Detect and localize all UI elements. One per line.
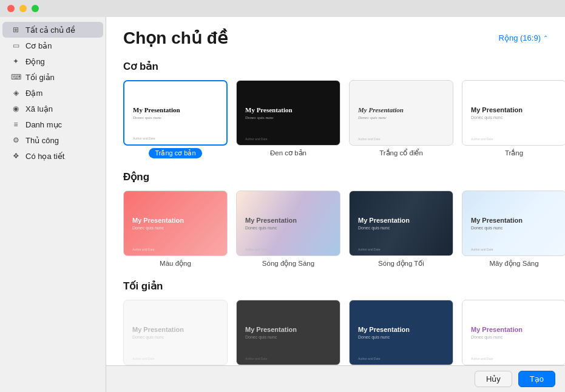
sidebar-label-basic: Cơ bản: [25, 41, 52, 50]
sidebar-item-bold[interactable]: ◈ Đậm: [2, 85, 103, 101]
template-label-black-basic: Đen cơ bản: [270, 149, 306, 157]
template-grid-motion: My PresentationDonec quis nuncAuthor and…: [123, 191, 548, 268]
minimal-icon: ⌨: [11, 72, 21, 82]
template-thumb-minimal-light: My PresentationDonec quis nuncAuthor and…: [123, 300, 228, 365]
section-basic: Cơ bảnMy PresentationDonec quis nuncAuth…: [123, 60, 548, 158]
create-button[interactable]: Tạo: [518, 371, 555, 387]
sidebar-label-social: Xã luận: [25, 104, 53, 113]
sidebar-item-catalog[interactable]: ≡ Danh mục: [2, 117, 103, 132]
template-thumb-motion-color: My PresentationDonec quis nuncAuthor and…: [123, 191, 228, 256]
template-label-plain-white: Trắng: [505, 149, 523, 157]
thumb-title-motion-color: My Presentation: [132, 217, 218, 224]
sidebar-label-handcraft: Thủ công: [25, 136, 59, 145]
thumb-title-minimal-dark: My Presentation: [245, 326, 331, 333]
cancel-button[interactable]: Hủy: [475, 371, 512, 387]
thumb-title-classic-white: My Presentation: [358, 106, 444, 113]
sidebar-item-minimal[interactable]: ⌨ Tối giản: [2, 69, 103, 85]
selected-badge-white-basic: Trắng cơ bản: [149, 148, 201, 158]
thumb-footer-wave-dark: Author and Date: [358, 248, 380, 251]
sidebar: ⊞ Tất cả chủ đề ▭ Cơ bản ✦ Động ⌨ Tối gi…: [0, 17, 106, 392]
bold-icon: ◈: [11, 88, 21, 98]
template-thumb-minimal-dark: My PresentationDonec quis nuncAuthor and…: [236, 300, 340, 365]
aspect-ratio-selector[interactable]: Rộng (16:9) ⌃: [499, 33, 548, 42]
template-thumb-color-basic: My PresentationDonec quis nuncAuthor and…: [349, 300, 453, 365]
thumb-title-plain-white: My Presentation: [471, 106, 557, 113]
thumb-footer-cloud-light: Author and Date: [471, 248, 493, 251]
motion-icon: ✦: [11, 56, 21, 66]
sidebar-label-motion: Động: [25, 57, 45, 66]
template-thumb-wave-dark: My PresentationDonec quis nuncAuthor and…: [349, 191, 453, 256]
thumb-body-plain-white: Donec quis nunc: [471, 115, 557, 120]
template-card-white-basic[interactable]: My PresentationDonec quis nuncAuthor and…: [123, 80, 228, 158]
catalog-icon: ≡: [11, 120, 21, 129]
sidebar-label-bold: Đậm: [25, 89, 42, 98]
section-motion: ĐộngMy PresentationDonec quis nuncAuthor…: [123, 171, 548, 268]
sidebar-label-minimal: Tối giản: [25, 73, 55, 82]
sidebar-item-basic[interactable]: ▭ Cơ bản: [2, 38, 103, 53]
template-card-plain-white[interactable]: My PresentationDonec quis nuncAuthor and…: [462, 80, 565, 158]
template-thumb-cloud-light: My PresentationDonec quis nuncAuthor and…: [462, 191, 565, 256]
thumb-body-white-basic: Donec quis nunc: [133, 115, 218, 120]
template-label-wave-dark: Sóng động Tối: [378, 259, 424, 268]
handcraft-icon: ⚙: [11, 135, 21, 145]
sidebar-item-motion[interactable]: ✦ Động: [2, 53, 103, 69]
thumb-body-color-basic: Donec quis nunc: [358, 335, 444, 339]
thumb-body-color-grad-light: Donec quis nunc: [471, 335, 557, 339]
template-card-wave-light[interactable]: My PresentationDonec quis nuncAuthor and…: [236, 191, 340, 268]
close-button[interactable]: [7, 5, 15, 12]
all-icon: ⊞: [11, 25, 21, 35]
thumb-body-black-basic: Donec quis nunc: [245, 115, 331, 120]
content-area: Chọn chủ đề Rộng (16:9) ⌃ Cơ bảnMy Prese…: [106, 17, 565, 392]
thumb-title-wave-light: My Presentation: [245, 217, 331, 224]
thumb-footer-wave-light: Author and Date: [245, 248, 267, 251]
basic-icon: ▭: [11, 41, 21, 50]
thumb-footer-minimal-dark: Author and Date: [245, 357, 267, 360]
template-grid-basic: My PresentationDonec quis nuncAuthor and…: [123, 80, 548, 158]
template-thumb-plain-white: My PresentationDonec quis nuncAuthor and…: [462, 80, 565, 146]
content-header: Chọn chủ đề Rộng (16:9) ⌃: [106, 17, 565, 54]
section-minimal: Tối giảnMy PresentationDonec quis nuncAu…: [123, 280, 548, 377]
title-bar: [0, 0, 565, 17]
main-layout: ⊞ Tất cả chủ đề ▭ Cơ bản ✦ Động ⌨ Tối gi…: [0, 17, 565, 392]
section-title-minimal: Tối giản: [123, 280, 548, 292]
template-card-classic-white[interactable]: My PresentationDonec quis nuncAuthor and…: [349, 80, 453, 158]
sidebar-label-all: Tất cả chủ đề: [25, 25, 75, 35]
section-title-basic: Cơ bản: [123, 60, 548, 73]
thumb-title-color-grad-light: My Presentation: [471, 326, 557, 333]
social-icon: ◉: [11, 104, 21, 113]
thumb-body-wave-light: Donec quis nunc: [245, 226, 331, 230]
footer-bar: Hủy Tạo: [106, 365, 565, 392]
thumb-footer-motion-color: Author and Date: [132, 248, 154, 251]
sidebar-item-social[interactable]: ◉ Xã luận: [2, 101, 103, 117]
template-thumb-color-grad-light: My PresentationDonec quis nuncAuthor and…: [462, 300, 565, 365]
template-label-motion-color: Màu động: [160, 259, 191, 268]
template-label-classic-white: Trắng cổ điển: [379, 149, 423, 157]
minimize-button[interactable]: [19, 5, 27, 12]
templates-scroll[interactable]: Cơ bảnMy PresentationDonec quis nuncAuth…: [106, 54, 565, 392]
sidebar-item-patterned[interactable]: ❖ Có họa tiết: [2, 148, 103, 164]
template-card-cloud-light[interactable]: My PresentationDonec quis nuncAuthor and…: [462, 191, 565, 268]
sidebar-item-handcraft[interactable]: ⚙ Thủ công: [2, 132, 103, 148]
page-title: Chọn chủ đề: [123, 28, 228, 48]
template-label-wave-light: Sóng động Sáng: [262, 259, 314, 268]
thumb-body-motion-color: Donec quis nunc: [132, 226, 218, 230]
chevron-down-icon: ⌃: [543, 35, 548, 41]
thumb-body-cloud-light: Donec quis nunc: [471, 226, 557, 230]
thumb-body-minimal-dark: Donec quis nunc: [245, 335, 331, 339]
aspect-ratio-label: Rộng (16:9): [499, 33, 541, 42]
sidebar-label-patterned: Có họa tiết: [25, 152, 64, 161]
thumb-title-color-basic: My Presentation: [358, 326, 444, 333]
template-card-motion-color[interactable]: My PresentationDonec quis nuncAuthor and…: [123, 191, 228, 268]
patterned-icon: ❖: [11, 151, 21, 161]
template-card-wave-dark[interactable]: My PresentationDonec quis nuncAuthor and…: [349, 191, 453, 268]
thumb-body-classic-white: Donec quis nunc: [358, 115, 444, 120]
template-thumb-black-basic: My PresentationDonec quis nuncAuthor and…: [236, 80, 340, 146]
template-thumb-white-basic: My PresentationDonec quis nuncAuthor and…: [123, 80, 228, 146]
thumb-footer-white-basic: Author and Date: [133, 137, 155, 140]
sidebar-item-all[interactable]: ⊞ Tất cả chủ đề: [2, 22, 103, 38]
thumb-footer-black-basic: Author and Date: [245, 137, 267, 141]
template-label-cloud-light: Mây động Sáng: [489, 259, 538, 268]
maximize-button[interactable]: [32, 5, 39, 12]
template-card-black-basic[interactable]: My PresentationDonec quis nuncAuthor and…: [236, 80, 340, 158]
thumb-body-minimal-light: Donec quis nunc: [132, 335, 218, 339]
